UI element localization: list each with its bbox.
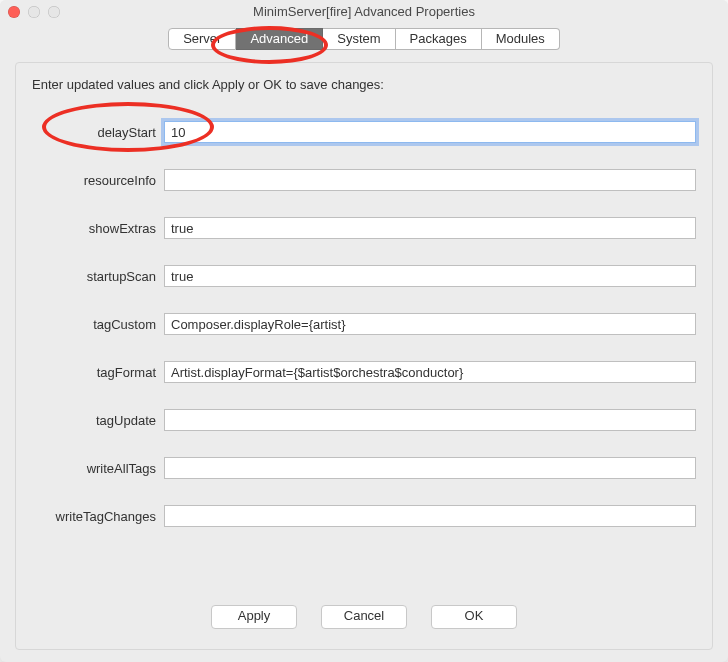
row-delayStart: delayStart [32, 108, 696, 156]
label-tagUpdate: tagUpdate [32, 413, 156, 428]
window-title: MinimServer[fire] Advanced Properties [253, 4, 475, 19]
row-startupScan: startupScan [32, 252, 696, 300]
input-resourceInfo[interactable] [164, 169, 696, 191]
label-writeTagChanges: writeTagChanges [32, 509, 156, 524]
row-writeTagChanges: writeTagChanges [32, 492, 696, 540]
label-showExtras: showExtras [32, 221, 156, 236]
traffic-lights [8, 6, 60, 18]
close-icon[interactable] [8, 6, 20, 18]
input-startupScan[interactable] [164, 265, 696, 287]
tab-row: Server Advanced System Packages Modules [0, 24, 728, 50]
input-tagFormat[interactable] [164, 361, 696, 383]
input-writeAllTags[interactable] [164, 457, 696, 479]
row-showExtras: showExtras [32, 204, 696, 252]
cancel-button[interactable]: Cancel [321, 605, 407, 629]
row-resourceInfo: resourceInfo [32, 156, 696, 204]
titlebar: MinimServer[fire] Advanced Properties [0, 0, 728, 24]
row-tagUpdate: tagUpdate [32, 396, 696, 444]
tab-packages[interactable]: Packages [396, 28, 482, 50]
button-row: Apply Cancel OK [16, 605, 712, 629]
label-writeAllTags: writeAllTags [32, 461, 156, 476]
tab-segment: Server Advanced System Packages Modules [168, 28, 560, 50]
ok-button[interactable]: OK [431, 605, 517, 629]
label-resourceInfo: resourceInfo [32, 173, 156, 188]
row-writeAllTags: writeAllTags [32, 444, 696, 492]
input-tagCustom[interactable] [164, 313, 696, 335]
input-delayStart[interactable] [164, 121, 696, 143]
window: MinimServer[fire] Advanced Properties Se… [0, 0, 728, 662]
label-startupScan: startupScan [32, 269, 156, 284]
apply-button[interactable]: Apply [211, 605, 297, 629]
tab-modules[interactable]: Modules [482, 28, 560, 50]
properties-panel: Enter updated values and click Apply or … [15, 62, 713, 650]
instruction-text: Enter updated values and click Apply or … [32, 77, 696, 92]
zoom-icon[interactable] [48, 6, 60, 18]
label-tagCustom: tagCustom [32, 317, 156, 332]
tab-server[interactable]: Server [168, 28, 236, 50]
label-tagFormat: tagFormat [32, 365, 156, 380]
label-delayStart: delayStart [32, 125, 156, 140]
input-tagUpdate[interactable] [164, 409, 696, 431]
row-tagCustom: tagCustom [32, 300, 696, 348]
tab-system[interactable]: System [323, 28, 395, 50]
row-tagFormat: tagFormat [32, 348, 696, 396]
tab-advanced[interactable]: Advanced [236, 28, 323, 50]
input-writeTagChanges[interactable] [164, 505, 696, 527]
input-showExtras[interactable] [164, 217, 696, 239]
minimize-icon[interactable] [28, 6, 40, 18]
